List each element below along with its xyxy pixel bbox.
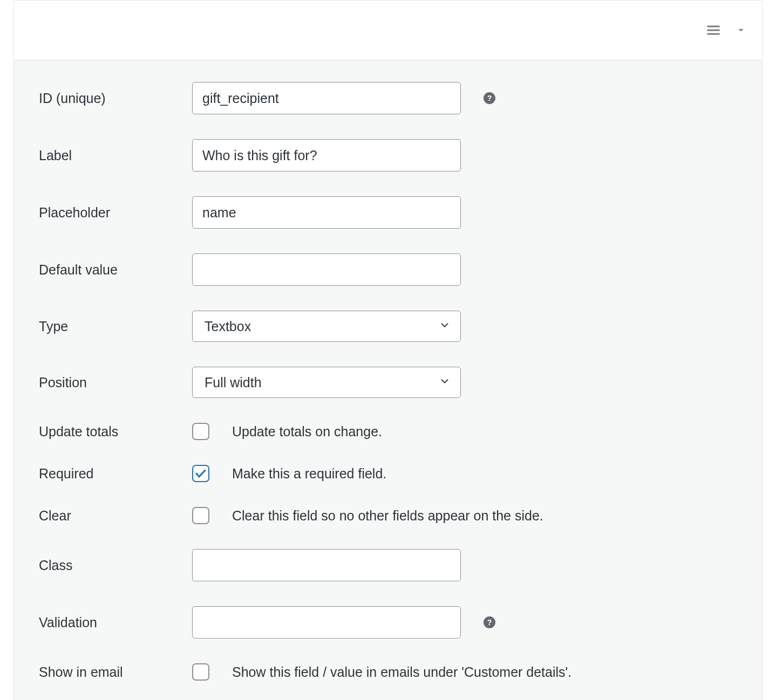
id-input[interactable] (192, 82, 461, 114)
id-label: ID (unique) (25, 91, 192, 106)
class-label: Class (25, 558, 192, 573)
validation-input[interactable] (192, 606, 461, 639)
label-label: Label (25, 148, 192, 163)
chevron-down-icon (439, 375, 451, 390)
required-text: Make this a required field. (232, 466, 386, 482)
chevron-down-icon (439, 319, 451, 334)
type-select[interactable]: Textbox (192, 311, 461, 342)
default-value-label: Default value (25, 262, 192, 278)
placeholder-input[interactable] (192, 196, 461, 229)
position-select-value: Full width (205, 375, 262, 390)
field-settings-panel: ID (unique) ? Label Placeholder De (13, 0, 763, 700)
update-totals-checkbox[interactable] (192, 423, 209, 440)
clear-label: Clear (25, 508, 192, 524)
show-in-email-text: Show this field / value in emails under … (232, 664, 571, 680)
placeholder-label: Placeholder (25, 205, 192, 221)
panel-header (14, 1, 762, 60)
required-label: Required (25, 466, 192, 482)
show-in-email-checkbox[interactable] (192, 663, 209, 681)
position-label: Position (25, 375, 192, 390)
clear-text: Clear this field so no other fields appe… (232, 508, 543, 524)
type-select-value: Textbox (205, 319, 251, 334)
default-value-input[interactable] (192, 253, 461, 286)
collapse-toggle-icon[interactable] (736, 25, 746, 35)
menu-icon[interactable] (706, 23, 721, 38)
clear-checkbox[interactable] (192, 507, 209, 524)
show-in-email-label: Show in email (25, 664, 192, 680)
class-input[interactable] (192, 549, 461, 581)
validation-label: Validation (25, 615, 192, 630)
position-select[interactable]: Full width (192, 367, 461, 398)
help-icon[interactable]: ? (484, 616, 495, 628)
label-input[interactable] (192, 139, 461, 171)
panel-body: ID (unique) ? Label Placeholder De (14, 60, 762, 700)
check-icon (194, 467, 207, 480)
type-label: Type (25, 319, 192, 334)
required-checkbox[interactable] (192, 465, 209, 482)
update-totals-label: Update totals (25, 424, 192, 440)
help-icon[interactable]: ? (484, 92, 495, 104)
update-totals-text: Update totals on change. (232, 424, 382, 440)
